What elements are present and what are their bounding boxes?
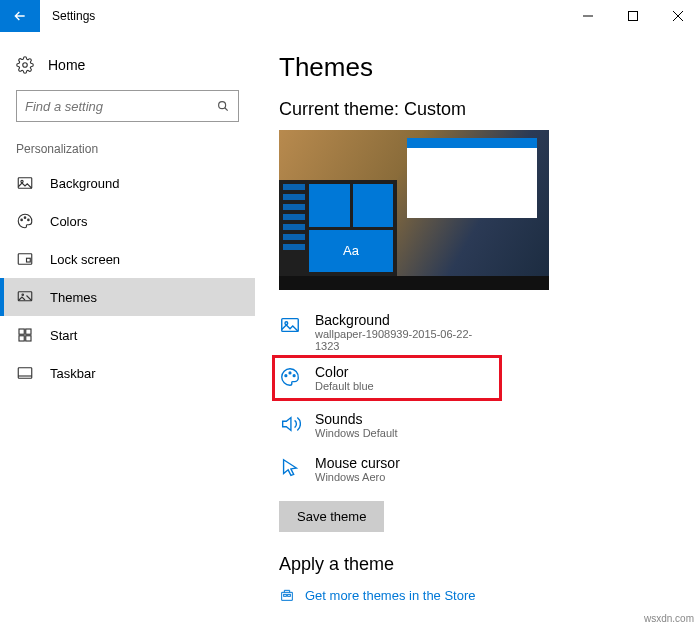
home-button[interactable]: Home <box>8 48 247 90</box>
setting-sub: Windows Aero <box>315 471 400 483</box>
store-icon <box>279 587 295 603</box>
color-icon <box>279 366 301 388</box>
nav-taskbar[interactable]: Taskbar <box>0 354 255 392</box>
svg-point-26 <box>293 375 295 377</box>
cursor-icon <box>279 457 301 479</box>
svg-point-10 <box>24 217 26 219</box>
themes-icon <box>16 288 34 306</box>
svg-point-9 <box>21 219 23 221</box>
apply-theme-heading: Apply a theme <box>279 554 676 575</box>
nav-label: Background <box>50 176 119 191</box>
setting-sub: wallpaper-1908939-2015-06-22-1323 <box>315 328 489 352</box>
sidebar: Home Personalization Background Colors L… <box>0 32 255 628</box>
minimize-icon <box>583 11 593 21</box>
window-title: Settings <box>40 0 565 32</box>
svg-point-24 <box>285 375 287 377</box>
search-input[interactable] <box>25 99 216 114</box>
page-title: Themes <box>279 52 676 83</box>
arrow-left-icon <box>12 8 28 24</box>
preview-start-panel: Aa <box>279 180 397 276</box>
home-label: Home <box>48 57 85 73</box>
setting-sub: Default blue <box>315 380 374 392</box>
svg-point-25 <box>289 372 291 374</box>
nav-label: Start <box>50 328 77 343</box>
setting-title: Background <box>315 312 489 328</box>
svg-rect-13 <box>27 258 31 262</box>
lockscreen-icon <box>16 250 34 268</box>
nav-colors[interactable]: Colors <box>0 202 255 240</box>
svg-point-5 <box>219 102 226 109</box>
background-icon <box>279 314 301 336</box>
maximize-icon <box>628 11 638 21</box>
setting-color[interactable]: Color Default blue <box>279 362 489 394</box>
picture-icon <box>16 174 34 192</box>
gear-icon <box>16 56 34 74</box>
svg-point-15 <box>22 294 24 296</box>
setting-title: Color <box>315 364 374 380</box>
theme-preview: Aa <box>279 130 549 290</box>
svg-rect-18 <box>19 336 24 341</box>
svg-point-4 <box>23 63 28 68</box>
nav-start[interactable]: Start <box>0 316 255 354</box>
close-icon <box>673 11 683 21</box>
svg-rect-28 <box>288 594 291 596</box>
nav-lockscreen[interactable]: Lock screen <box>0 240 255 278</box>
sound-icon <box>279 413 301 435</box>
section-label: Personalization <box>8 142 247 164</box>
nav-label: Lock screen <box>50 252 120 267</box>
svg-rect-1 <box>628 12 637 21</box>
main-content: Themes Current theme: Custom Aa Backgrou… <box>255 32 700 628</box>
svg-line-6 <box>225 108 228 111</box>
minimize-button[interactable] <box>565 0 610 32</box>
setting-title: Mouse cursor <box>315 455 400 471</box>
search-box[interactable] <box>16 90 239 122</box>
nav-themes[interactable]: Themes <box>0 278 255 316</box>
store-link-label: Get more themes in the Store <box>305 588 476 603</box>
nav-label: Taskbar <box>50 366 96 381</box>
taskbar-icon <box>16 364 34 382</box>
setting-background[interactable]: Background wallpaper-1908939-2015-06-22-… <box>279 306 489 362</box>
back-button[interactable] <box>0 0 40 32</box>
svg-rect-27 <box>284 594 287 596</box>
close-button[interactable] <box>655 0 700 32</box>
setting-sounds[interactable]: Sounds Windows Default <box>279 405 489 449</box>
watermark: wsxdn.com <box>644 613 694 624</box>
start-icon <box>16 326 34 344</box>
preview-taskbar <box>279 276 549 290</box>
nav-label: Themes <box>50 290 97 305</box>
window-controls <box>565 0 700 32</box>
store-link[interactable]: Get more themes in the Store <box>279 587 676 603</box>
nav-background[interactable]: Background <box>0 164 255 202</box>
svg-rect-20 <box>18 368 32 379</box>
nav-label: Colors <box>50 214 88 229</box>
svg-rect-16 <box>19 329 24 334</box>
setting-sub: Windows Default <box>315 427 398 439</box>
svg-point-11 <box>28 219 30 221</box>
search-icon <box>216 99 230 113</box>
setting-mouse[interactable]: Mouse cursor Windows Aero <box>279 449 489 493</box>
maximize-button[interactable] <box>610 0 655 32</box>
current-theme-label: Current theme: Custom <box>279 99 676 120</box>
palette-icon <box>16 212 34 230</box>
svg-rect-17 <box>26 329 31 334</box>
highlight-box: Color Default blue <box>272 355 502 401</box>
svg-rect-19 <box>26 336 31 341</box>
preview-tile-text: Aa <box>309 230 393 273</box>
title-bar: Settings <box>0 0 700 32</box>
preview-window <box>407 138 537 218</box>
setting-title: Sounds <box>315 411 398 427</box>
save-theme-button[interactable]: Save theme <box>279 501 384 532</box>
nav-list: Background Colors Lock screen Themes Sta… <box>8 164 247 392</box>
